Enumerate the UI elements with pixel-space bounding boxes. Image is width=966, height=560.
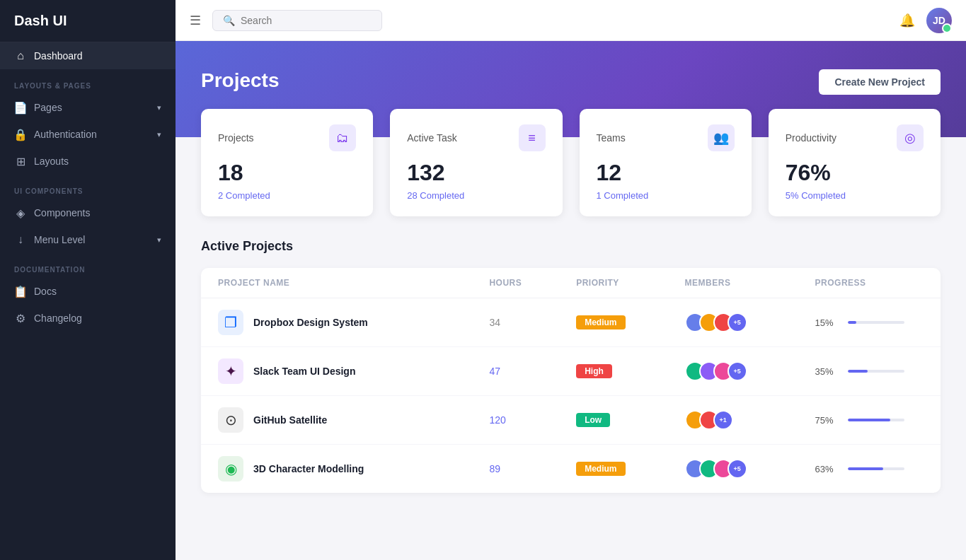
priority-badge: Medium [576, 462, 625, 476]
stat-value: 12 [597, 160, 735, 186]
sidebar-item-layouts[interactable]: ⊞ Layouts [0, 148, 176, 175]
changelog-icon: ⚙ [14, 312, 27, 325]
active-projects-section: Active Projects Project Name Hours Prior… [176, 216, 966, 515]
table-row: ⊙ GitHub Satellite 120 Low +1 [201, 396, 941, 445]
stat-label: Projects [218, 132, 254, 144]
stat-label: Teams [597, 132, 626, 144]
priority-cell: High [576, 364, 684, 378]
sidebar-item-pages[interactable]: 📄 Pages ▾ [0, 94, 176, 121]
sidebar-item-changelog[interactable]: ⚙ Changelog [0, 305, 176, 332]
projects-table: Project Name Hours Priority Members Prog… [201, 268, 941, 493]
project-hours: 89 [489, 463, 576, 474]
progress-cell: 63% [815, 464, 924, 474]
col-header-progress: Progress [815, 278, 924, 288]
page-title: Projects [201, 69, 280, 92]
stat-value: 76% [786, 160, 924, 186]
docs-icon: 📋 [14, 285, 27, 298]
dropbox-icon: ❐ [224, 314, 237, 331]
sidebar-item-dashboard[interactable]: ⌂ Dashboard [0, 42, 176, 69]
project-name-cell: ✦ Slack Team UI Design [218, 358, 489, 384]
chevron-down-icon: ▾ [157, 235, 161, 245]
sidebar: Dash UI ⌂ Dashboard LAYOUTS & PAGES 📄 Pa… [0, 0, 176, 560]
sidebar-item-label: Pages [34, 102, 62, 113]
stats-row: Projects 🗂 18 2 Completed Active Task ≡ … [176, 109, 966, 216]
project-name-cell: ⊙ GitHub Satellite [218, 407, 489, 433]
chevron-down-icon: ▾ [157, 130, 161, 139]
notification-icon[interactable]: 🔔 [899, 13, 915, 28]
search-icon: 🔍 [223, 15, 235, 26]
member-avatar-more: +5 [728, 361, 747, 381]
stat-sub: 28 Completed [407, 190, 545, 201]
sidebar-item-label: Components [34, 207, 90, 218]
sidebar-item-menu-level[interactable]: ↓ Menu Level ▾ [0, 226, 176, 253]
3d-icon: ◉ [225, 460, 237, 477]
stat-card-projects: Projects 🗂 18 2 Completed [201, 109, 373, 216]
active-task-stat-icon: ≡ [519, 124, 546, 151]
progress-percent: 75% [815, 415, 841, 426]
topbar: ☰ 🔍 🔔 JD [176, 0, 966, 41]
project-hours: 47 [489, 366, 576, 377]
project-logo-slack: ✦ [218, 358, 243, 384]
create-project-button[interactable]: Create New Project [819, 69, 941, 95]
sidebar-item-authentication[interactable]: 🔒 Authentication ▾ [0, 121, 176, 148]
chevron-down-icon: ▾ [157, 103, 161, 112]
projects-stat-icon: 🗂 [329, 124, 356, 151]
sidebar-item-label: Changelog [34, 313, 82, 324]
priority-cell: Medium [576, 315, 684, 329]
sidebar-item-components[interactable]: ◈ Components [0, 199, 176, 226]
progress-percent: 63% [815, 464, 841, 474]
teams-stat-icon: 👥 [708, 124, 735, 151]
priority-cell: Low [576, 413, 684, 427]
home-icon: ⌂ [14, 49, 27, 62]
project-name-cell: ◉ 3D Character Modelling [218, 456, 489, 482]
stat-card-active-task: Active Task ≡ 132 28 Completed [390, 109, 562, 216]
project-title: Slack Team UI Design [253, 366, 355, 377]
pages-icon: 📄 [14, 101, 27, 114]
sidebar-item-docs[interactable]: 📋 Docs [0, 278, 176, 305]
project-logo-github: ⊙ [218, 407, 243, 433]
sidebar-section-docs: DOCUMENTATION 📋 Docs ⚙ Changelog [0, 253, 176, 332]
section-label-layouts: LAYOUTS & PAGES [0, 69, 176, 94]
member-avatar-more: +5 [728, 459, 747, 479]
progress-cell: 75% [815, 415, 924, 426]
progress-bar-bg [848, 321, 904, 324]
main-content: ☰ 🔍 🔔 JD Projects Create New Project Pro… [176, 0, 966, 560]
slack-icon: ✦ [225, 363, 237, 380]
priority-badge: Medium [576, 315, 625, 329]
col-header-name: Project Name [218, 278, 489, 288]
priority-badge: High [576, 364, 612, 378]
layouts-icon: ⊞ [14, 155, 27, 168]
project-logo-dropbox: ❐ [218, 310, 243, 335]
members-cell: +1 [685, 410, 815, 430]
search-input[interactable] [241, 15, 372, 26]
progress-bar-bg [848, 370, 904, 373]
menu-level-icon: ↓ [14, 233, 27, 246]
project-hours: 34 [489, 317, 576, 328]
sidebar-item-label: Layouts [34, 156, 69, 167]
table-row: ◉ 3D Character Modelling 89 Medium +5 [201, 445, 941, 493]
stat-value: 18 [218, 160, 356, 186]
progress-percent: 15% [815, 317, 841, 328]
project-title: GitHub Satellite [253, 414, 327, 426]
menu-toggle-icon[interactable]: ☰ [190, 13, 201, 28]
active-projects-title: Active Projects [201, 239, 941, 254]
sidebar-item-label: Docs [34, 286, 57, 297]
project-name-cell: ❐ Dropbox Design System [218, 310, 489, 335]
stat-card-teams: Teams 👥 12 1 Completed [580, 109, 752, 216]
section-label-docs: DOCUMENTATION [0, 253, 176, 278]
project-title: Dropbox Design System [253, 317, 368, 328]
col-header-priority: Priority [576, 278, 684, 288]
members-cell: +5 [685, 361, 815, 381]
stat-value: 132 [407, 160, 545, 186]
search-box[interactable]: 🔍 [212, 10, 382, 31]
avatar[interactable]: JD [926, 8, 952, 33]
section-label-components: UI COMPONENTS [0, 175, 176, 199]
sidebar-item-label: Dashboard [34, 50, 83, 62]
col-header-members: Members [685, 278, 815, 288]
progress-cell: 35% [815, 366, 924, 377]
progress-bar-bg [848, 419, 904, 421]
app-logo: Dash UI [0, 0, 176, 42]
content-area: Projects Create New Project Projects 🗂 1… [176, 41, 966, 560]
stat-label: Productivity [786, 132, 836, 144]
col-header-hours: Hours [489, 278, 576, 288]
